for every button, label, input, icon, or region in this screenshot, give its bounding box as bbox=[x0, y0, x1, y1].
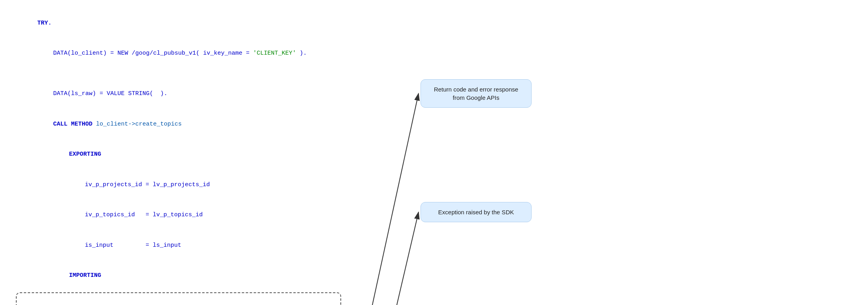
code-line-data-client: DATA(lo_client) = NEW /goog/cl_pubsub_v1… bbox=[16, 38, 341, 69]
code-line-call-method: CALL METHOD lo_client->create_topics bbox=[16, 109, 341, 139]
code-line-blank1 bbox=[16, 69, 341, 79]
code-line-es-raw: es_raw = ls_raw bbox=[23, 296, 334, 305]
arrows-svg bbox=[341, 8, 852, 297]
code-line-try: TRY. bbox=[16, 8, 341, 38]
code-client-key-string: 'CLIENT_KEY' bbox=[253, 50, 296, 57]
code-method-name: lo_client->create_topics bbox=[92, 121, 182, 128]
code-line-importing: IMPORTING bbox=[16, 261, 341, 291]
keyword-call-method: CALL METHOD bbox=[53, 121, 92, 128]
code-line-is-input: is_input = ls_input bbox=[16, 230, 341, 261]
keyword-exporting: EXPORTING bbox=[69, 151, 101, 158]
annotation-bubble-2-text: Exception raised by the SDK bbox=[438, 209, 514, 215]
code-iv-projects: iv_p_projects_id = lv_p_projects_id bbox=[85, 181, 210, 188]
keyword-importing: IMPORTING bbox=[69, 272, 101, 279]
annotation-bubble-1: Return code and error response from Goog… bbox=[421, 79, 532, 108]
code-section: TRY. DATA(lo_client) = NEW /goog/cl_pubs… bbox=[16, 8, 341, 297]
annotation-section: Return code and error response from Goog… bbox=[341, 8, 852, 297]
code-line-data-raw: DATA(ls_raw) = VALUE STRING( ). bbox=[16, 79, 341, 109]
main-container: TRY. DATA(lo_client) = NEW /goog/cl_pubs… bbox=[0, 0, 868, 305]
code-data-client: DATA(lo_client) = NEW /goog/cl_pubsub_v1… bbox=[53, 50, 253, 57]
annotation-bubble-2: Exception raised by the SDK bbox=[421, 202, 532, 222]
code-line-iv-topics: iv_p_topics_id = lv_p_topics_id bbox=[16, 200, 341, 231]
code-is-input: is_input = ls_input bbox=[85, 242, 181, 249]
code-client-close: ). bbox=[296, 50, 307, 57]
annotation-bubble-1-text: Return code and error response from Goog… bbox=[434, 86, 518, 101]
keyword-try: TRY. bbox=[37, 20, 52, 27]
code-iv-topics: iv_p_topics_id = lv_p_topics_id bbox=[85, 212, 203, 218]
code-line-exporting: EXPORTING bbox=[16, 139, 341, 170]
code-data-raw: DATA(ls_raw) = VALUE STRING( ). bbox=[53, 90, 167, 97]
arrow-line-1 bbox=[361, 93, 419, 305]
arrow-line-2 bbox=[361, 212, 419, 305]
dashed-box-importing: es_raw = ls_raw ev_ret_code = DATA(lv_re… bbox=[16, 292, 341, 305]
code-line-iv-projects: iv_p_projects_id = lv_p_projects_id bbox=[16, 170, 341, 200]
